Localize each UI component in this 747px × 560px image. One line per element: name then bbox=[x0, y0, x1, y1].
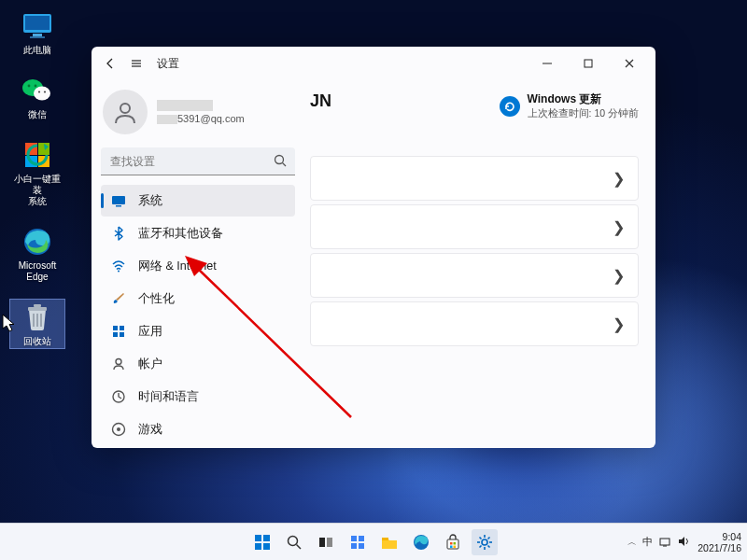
svg-rect-30 bbox=[112, 196, 125, 204]
desktop-icon-label: 小白一键重装 系统 bbox=[11, 174, 63, 207]
settings-card[interactable]: ❯ bbox=[310, 204, 639, 249]
desktop-icon-label: Microsoft Edge bbox=[19, 260, 57, 283]
nav-label: 应用 bbox=[138, 324, 162, 340]
nav-network[interactable]: 网络 & Internet bbox=[101, 250, 295, 282]
bluetooth-icon bbox=[110, 225, 127, 242]
settings-card[interactable]: ❯ bbox=[310, 253, 639, 298]
search-box[interactable] bbox=[101, 147, 295, 175]
desktop-icon-wechat[interactable]: 微信 bbox=[9, 72, 65, 122]
svg-line-29 bbox=[283, 163, 287, 167]
search-input[interactable] bbox=[101, 147, 295, 175]
system-tray[interactable]: ︿ 中 bbox=[627, 535, 690, 550]
menu-button[interactable] bbox=[123, 50, 149, 77]
wechat-icon bbox=[21, 74, 54, 107]
tray-chevron-icon[interactable]: ︿ bbox=[627, 536, 637, 549]
nav-label: 网络 & Internet bbox=[138, 259, 217, 274]
store-taskbar[interactable] bbox=[440, 529, 466, 555]
minimize-button[interactable] bbox=[527, 49, 568, 77]
wifi-icon bbox=[110, 258, 127, 274]
nav-label: 帐户 bbox=[138, 357, 162, 372]
task-view[interactable] bbox=[313, 529, 339, 555]
widgets[interactable] bbox=[345, 529, 371, 555]
nav-system[interactable]: 系统 bbox=[101, 185, 295, 217]
svg-line-71 bbox=[480, 545, 482, 547]
edge-icon bbox=[21, 225, 54, 259]
network-icon[interactable] bbox=[658, 535, 671, 550]
svg-rect-34 bbox=[120, 326, 124, 330]
avatar bbox=[103, 90, 148, 134]
close-button[interactable] bbox=[609, 49, 650, 77]
svg-rect-56 bbox=[382, 538, 388, 540]
svg-point-8 bbox=[38, 91, 40, 92]
svg-point-37 bbox=[116, 359, 121, 365]
file-explorer[interactable] bbox=[376, 529, 402, 555]
content-pane: JN Windows 更新 上次检查时间: 10 分钟前 ❯ ❯ ❯ ❯ bbox=[304, 80, 655, 448]
clock-icon bbox=[110, 388, 127, 405]
settings-card[interactable]: ❯ bbox=[310, 156, 639, 201]
svg-rect-61 bbox=[450, 545, 453, 548]
settings-window: 设置 5391@qq.com bbox=[92, 47, 655, 448]
svg-rect-58 bbox=[447, 539, 458, 549]
titlebar: 设置 bbox=[92, 47, 655, 80]
ime-indicator[interactable]: 中 bbox=[642, 535, 653, 549]
svg-rect-11 bbox=[38, 143, 49, 155]
svg-rect-33 bbox=[113, 326, 118, 330]
svg-rect-15 bbox=[28, 307, 47, 311]
apps-icon bbox=[110, 323, 127, 340]
desktop-icon-edge[interactable]: Microsoft Edge bbox=[9, 223, 65, 285]
taskbar-clock[interactable]: 9:04 2021/7/16 bbox=[698, 531, 741, 553]
windows-update-tile[interactable]: Windows 更新 上次检查时间: 10 分钟前 bbox=[500, 91, 639, 120]
taskbar-search[interactable] bbox=[281, 529, 307, 555]
volume-icon[interactable] bbox=[677, 535, 690, 550]
svg-rect-16 bbox=[34, 304, 41, 307]
chevron-right-icon: ❯ bbox=[613, 170, 625, 188]
nav-time-language[interactable]: 时间和语言 bbox=[101, 381, 295, 413]
svg-rect-36 bbox=[120, 332, 124, 337]
maximize-button[interactable] bbox=[568, 49, 609, 77]
nav-gaming[interactable]: 游戏 bbox=[101, 413, 295, 445]
nav-accessibility[interactable]: 辅助功能 bbox=[101, 446, 295, 448]
svg-line-70 bbox=[488, 537, 490, 539]
back-button[interactable] bbox=[97, 50, 123, 77]
nav-accounts[interactable]: 帐户 bbox=[101, 348, 295, 380]
svg-rect-2 bbox=[33, 34, 42, 36]
search-icon bbox=[274, 154, 288, 172]
desktop-icon-label: 回收站 bbox=[23, 336, 51, 347]
profile-name-redacted bbox=[157, 100, 213, 111]
svg-point-6 bbox=[28, 85, 31, 88]
taskbar-center bbox=[249, 529, 498, 555]
settings-taskbar[interactable] bbox=[472, 529, 498, 555]
nav-apps[interactable]: 应用 bbox=[101, 315, 295, 347]
brush-icon bbox=[110, 290, 127, 307]
svg-rect-24 bbox=[585, 60, 592, 67]
svg-rect-60 bbox=[454, 542, 457, 545]
settings-cards: ❯ ❯ ❯ ❯ bbox=[310, 156, 639, 346]
svg-point-40 bbox=[117, 427, 120, 431]
svg-point-27 bbox=[120, 104, 130, 113]
svg-point-5 bbox=[34, 87, 50, 101]
svg-rect-3 bbox=[30, 36, 45, 38]
window-title: 设置 bbox=[157, 56, 179, 72]
start-button[interactable] bbox=[249, 529, 275, 555]
svg-point-7 bbox=[35, 85, 37, 88]
system-icon bbox=[110, 192, 127, 209]
update-subtitle: 上次检查时间: 10 分钟前 bbox=[528, 107, 639, 120]
chevron-right-icon: ❯ bbox=[613, 218, 625, 236]
svg-rect-46 bbox=[255, 543, 261, 550]
svg-rect-62 bbox=[454, 545, 457, 548]
clock-date: 2021/7/16 bbox=[698, 542, 741, 553]
chevron-right-icon: ❯ bbox=[613, 315, 625, 333]
settings-card[interactable]: ❯ bbox=[310, 301, 639, 346]
desktop-icon-this-pc[interactable]: 此电脑 bbox=[9, 7, 65, 58]
nav-personalization[interactable]: 个性化 bbox=[101, 283, 295, 315]
edge-taskbar[interactable] bbox=[408, 529, 434, 555]
desktop-icon-xiaobai[interactable]: 小白一键重装 系统 bbox=[9, 136, 65, 209]
svg-rect-44 bbox=[255, 535, 261, 541]
svg-rect-50 bbox=[319, 538, 325, 547]
nav-label: 蓝牙和其他设备 bbox=[138, 226, 223, 242]
svg-line-69 bbox=[488, 545, 490, 547]
nav-bluetooth[interactable]: 蓝牙和其他设备 bbox=[101, 217, 295, 249]
desktop-icon-recycle-bin[interactable]: 回收站 bbox=[9, 299, 65, 349]
svg-rect-53 bbox=[359, 536, 364, 541]
profile[interactable]: 5391@qq.com bbox=[101, 86, 295, 144]
